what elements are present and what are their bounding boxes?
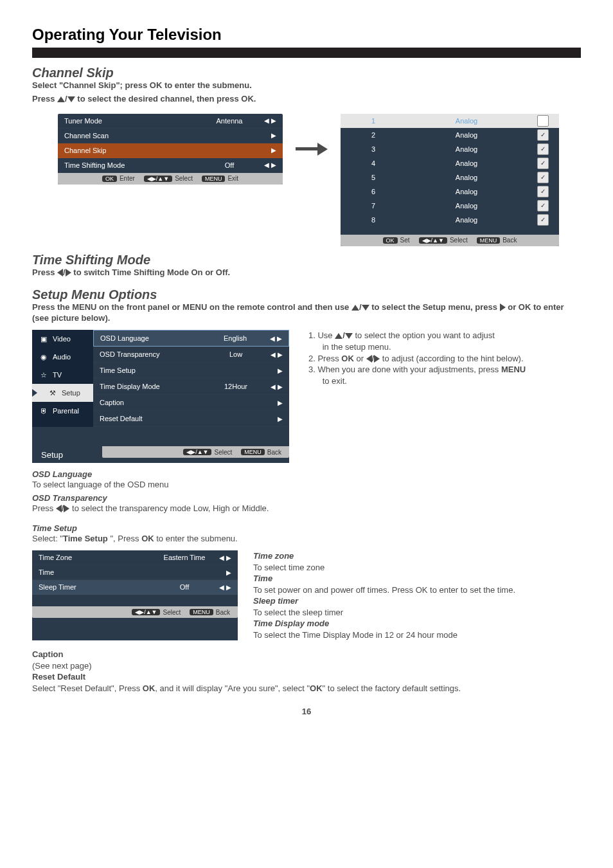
setup-row[interactable]: Time Display Mode12Hour◀ ▶ (93, 379, 289, 395)
tuner-row[interactable]: Channel Skip▶ (58, 143, 283, 158)
down-icon (362, 305, 369, 311)
channel-skip-line2: Press / to select the desired channel, t… (32, 94, 581, 105)
left-icon (366, 355, 372, 363)
time-setup-line: Select: "Time Setup ", Press OK to enter… (32, 533, 581, 545)
channel-row[interactable]: 4Analog✓ (341, 156, 559, 170)
sidebar-item-tv[interactable]: ☆TV (32, 366, 93, 384)
time-row[interactable]: Time ZoneEastern Time◀ ▶ (32, 550, 238, 565)
setup-row[interactable]: OSD LanguageEnglish◀ ▶ (93, 330, 289, 347)
audio-icon: ◉ (39, 352, 49, 362)
checkbox-icon[interactable]: ✓ (537, 143, 549, 155)
tuner-row[interactable]: Channel Scan▶ (58, 129, 283, 143)
checkbox-icon[interactable]: ✓ (537, 158, 549, 169)
checkbox-icon[interactable]: ✓ (537, 186, 549, 197)
reset-text: Select "Reset Default", Press OK, and it… (32, 683, 581, 694)
sidebar-item-setup[interactable]: ⚒Setup (32, 384, 93, 402)
sidebar-label: Video (53, 335, 71, 343)
sidebar-item-video[interactable]: ▣Video (32, 330, 93, 348)
osd-language-title: OSD Language (32, 469, 581, 479)
up-icon (335, 333, 342, 339)
divider (32, 48, 581, 58)
time-panel: Time ZoneEastern Time◀ ▶Time▶Sleep Timer… (32, 550, 238, 640)
setup-row[interactable]: Time Setup▶ (93, 363, 289, 379)
sidebar-label: TV (53, 371, 62, 379)
channel-list-panel: 1Analog2Analog✓3Analog✓4Analog✓5Analog✓6… (341, 114, 559, 246)
checkbox-icon[interactable]: ✓ (537, 214, 549, 226)
channel-row[interactable]: 3Analog✓ (341, 142, 559, 156)
setup-row[interactable]: OSD TransparencyLow◀ ▶ (93, 347, 289, 363)
down-icon (345, 333, 353, 339)
setup-row[interactable]: Reset Default▶ (93, 411, 289, 427)
section-channel-skip: Channel Skip (32, 66, 581, 80)
right-icon (374, 355, 380, 363)
right-icon (500, 303, 506, 311)
osd-transparency-text: Press / to select the transparency mode … (32, 503, 581, 514)
setup-row[interactable]: Caption▶ (93, 395, 289, 411)
osd-transparency-title: OSD Transparency (32, 493, 581, 503)
time-setup-title: Time Setup (32, 523, 581, 533)
section-setup-menu: Setup Menu Options (32, 287, 581, 302)
channel-footer: OKSet ◀▶/▲▼Select MENUBack (341, 235, 559, 246)
checkbox-icon[interactable]: ✓ (537, 200, 549, 212)
time-descriptions: Time zone To select time zone Time To se… (253, 550, 581, 640)
left-icon (56, 505, 62, 512)
sidebar-label: Audio (53, 353, 71, 361)
setup-icon: ⚒ (48, 388, 58, 398)
sidebar-label: Parental (53, 407, 79, 415)
channel-row[interactable]: 8Analog✓ (341, 213, 559, 227)
page-number: 16 (32, 707, 581, 716)
right-icon (66, 269, 71, 276)
section-time-shifting: Time Shifting Mode (32, 253, 581, 267)
parental-icon: ⛨ (39, 406, 49, 416)
tuner-panel: Tuner ModeAntenna◀ ▶Channel Scan▶Channel… (58, 114, 283, 185)
setup-panel: ▣Video◉Audio☆TV⚒Setup⛨Parental OSD Langu… (32, 330, 289, 463)
caption-title: Caption (32, 649, 581, 660)
checkbox-icon[interactable]: ✓ (537, 129, 549, 141)
up-icon (351, 305, 359, 311)
time-footer: ◀▶/▲▼Select MENUBack (32, 606, 238, 618)
channel-row[interactable]: 2Analog✓ (341, 128, 559, 142)
down-icon (67, 96, 75, 102)
sidebar-item-parental[interactable]: ⛨Parental (32, 402, 93, 420)
time-row[interactable]: Time▶ (32, 565, 238, 580)
time-row[interactable]: Sleep TimerOff◀ ▶ (32, 580, 238, 595)
arrow-right-icon (296, 143, 328, 156)
tuner-row[interactable]: Tuner ModeAntenna◀ ▶ (58, 114, 283, 129)
reset-title: Reset Default (32, 672, 581, 683)
checkbox-icon[interactable]: ✓ (537, 172, 549, 183)
channel-row[interactable]: 6Analog✓ (341, 185, 559, 199)
checkbox-icon[interactable] (537, 115, 549, 127)
setup-steps: 1. Use / to select the option you want t… (308, 330, 581, 463)
channel-row[interactable]: 7Analog✓ (341, 199, 559, 213)
setup-menu-line: Press the MENU on the front panel or MEN… (32, 302, 581, 324)
sidebar-item-audio[interactable]: ◉Audio (32, 348, 93, 366)
tuner-footer: OKEnter ◀▶/▲▼Select MENUExit (58, 173, 283, 185)
sidebar-label: Setup (62, 389, 80, 397)
channel-skip-line1: Select "Channel Skip"; press OK to enter… (32, 80, 581, 91)
osd-language-text: To select language of the OSD menu (32, 479, 581, 491)
page-title: Operating Your Television (32, 26, 581, 44)
setup-bottom-label: Setup (32, 446, 102, 463)
channel-row[interactable]: 5Analog✓ (341, 170, 559, 185)
channel-row[interactable]: 1Analog (341, 114, 559, 128)
tv-icon: ☆ (39, 370, 49, 380)
caption-sub: (See next page) (32, 660, 581, 672)
left-icon (57, 269, 63, 276)
tuner-row[interactable]: Time Shifting ModeOff◀ ▶ (58, 158, 283, 173)
setup-footer: ◀▶/▲▼Select MENUBack (102, 446, 289, 458)
time-shifting-line: Press / to switch Time Shifting Mode On … (32, 267, 581, 278)
up-icon (57, 96, 65, 102)
video-icon: ▣ (39, 334, 49, 344)
